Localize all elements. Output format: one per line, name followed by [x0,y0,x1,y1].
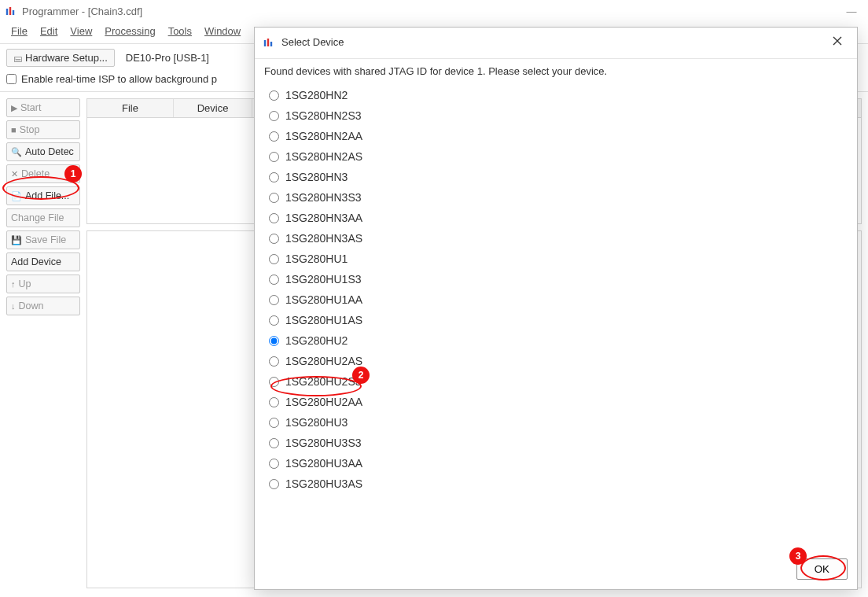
add-device-button[interactable]: Add Device [6,252,80,271]
device-option[interactable]: 1SG280HN2AS [267,146,835,167]
device-option[interactable]: 1SG280HN3AS [267,228,835,249]
dialog-app-icon [263,36,275,49]
close-icon [832,35,843,46]
device-label: 1SG280HN2 [285,89,348,101]
arrow-down-icon: ↓ [11,301,16,311]
enable-isp-label: Enable real-time ISP to allow background… [21,73,217,85]
device-label: 1SG280HN2AA [285,130,362,142]
device-radio[interactable] [269,459,279,469]
arrow-up-icon: ↑ [11,279,16,289]
menu-file[interactable]: File [6,24,32,39]
device-label: 1SG280HN2S3 [285,109,362,122]
device-radio[interactable] [269,131,279,142]
menu-processing[interactable]: Processing [100,24,160,39]
device-label: 1SG280HU3AA [285,457,362,470]
up-button[interactable]: ↑Up [6,275,80,293]
device-list: 1SG280HN21SG280HN2S31SG280HN2AA1SG280HN2… [267,85,851,552]
device-radio[interactable] [269,356,279,367]
device-radio[interactable] [269,152,279,162]
device-radio[interactable] [269,418,279,428]
change-file-button[interactable]: Change File [6,208,80,227]
device-label: 1SG280HN2AS [285,150,362,163]
device-label: 1SG280HU2AA [285,396,362,408]
device-option[interactable]: 1SG280HU1AA [267,289,835,310]
stop-icon: ■ [11,125,17,135]
device-radio[interactable] [269,90,279,101]
device-radio[interactable] [269,315,279,326]
dialog-message: Found devices with shared JTAG ID for de… [255,59,857,85]
select-device-dialog: Select Device Found devices with shared … [254,27,858,590]
device-label: 1SG280HN3 [285,171,348,183]
delete-button[interactable]: ✕Delete [6,164,80,183]
device-option[interactable]: 1SG280HN3 [267,167,835,187]
add-file-button[interactable]: 📄Add File... [6,186,80,205]
device-radio[interactable] [269,377,279,387]
device-radio[interactable] [269,275,279,285]
device-option[interactable]: 1SG280HU3AS [267,474,835,494]
minimize-button[interactable]: — [840,6,863,17]
detect-icon: 🔍 [11,147,22,157]
col-file: File [87,99,174,117]
device-label: 1SG280HN3AS [285,232,362,245]
device-label: 1SG280HU1 [285,252,348,265]
dialog-footer: OK [255,552,857,589]
device-option[interactable]: 1SG280HN2 [267,85,835,105]
device-label: 1SG280HU3S3 [285,437,362,449]
device-option[interactable]: 1SG280HU2 [267,330,835,351]
menu-view[interactable]: View [65,24,97,39]
device-label: 1SG280HU1AS [285,314,362,326]
device-radio[interactable] [269,254,279,264]
device-radio[interactable] [269,172,279,182]
device-radio[interactable] [269,479,279,489]
down-button[interactable]: ↓Down [6,297,80,315]
device-label: 1SG280HU3 [285,416,348,429]
window-controls: — [840,6,863,17]
auto-detect-button[interactable]: 🔍Auto Detec [6,142,80,161]
device-radio[interactable] [269,397,279,407]
play-icon: ▶ [11,103,17,113]
ok-button[interactable]: OK [796,558,848,580]
device-option[interactable]: 1SG280HU3AA [267,453,835,474]
device-option[interactable]: 1SG280HU1 [267,249,835,269]
device-option[interactable]: 1SG280HN3S3 [267,187,835,208]
device-option[interactable]: 1SG280HU3 [267,412,835,433]
device-option[interactable]: 1SG280HN2S3 [267,105,835,126]
hardware-icon: 🖴 [13,53,22,63]
side-button-column: ▶Start ■Stop 🔍Auto Detec ✕Delete 📄Add Fi… [6,98,80,588]
menu-window[interactable]: Window [200,24,245,39]
window-title: Programmer - [Chain3.cdf] [22,6,142,17]
device-label: 1SG280HU1S3 [285,273,362,286]
device-option[interactable]: 1SG280HU2S3 [267,371,835,392]
device-label: 1SG280HU2AS [285,355,362,367]
hardware-readout: DE10-Pro [USB-1] [120,50,215,66]
device-radio[interactable] [269,234,279,244]
dialog-close-button[interactable] [827,34,848,50]
save-file-button[interactable]: 💾Save File [6,230,80,249]
enable-isp-checkbox[interactable] [6,74,17,84]
device-radio[interactable] [269,193,279,203]
device-option[interactable]: 1SG280HN3AA [267,208,835,228]
menu-tools[interactable]: Tools [164,24,197,39]
start-button[interactable]: ▶Start [6,98,80,117]
dialog-title: Select Device [281,36,344,48]
device-option[interactable]: 1SG280HU2AA [267,392,835,412]
device-radio[interactable] [269,213,279,223]
device-radio[interactable] [269,438,279,448]
device-option[interactable]: 1SG280HU1AS [267,310,835,330]
menu-edit[interactable]: Edit [35,24,62,39]
device-radio[interactable] [269,111,279,121]
device-option[interactable]: 1SG280HU2AS [267,351,835,371]
device-option[interactable]: 1SG280HU1S3 [267,269,835,289]
col-device: Device [174,99,252,117]
device-list-scroll[interactable]: 1SG280HN21SG280HN2S31SG280HN2AA1SG280HN2… [267,85,840,494]
stop-button[interactable]: ■Stop [6,120,80,139]
device-radio[interactable] [269,295,279,305]
device-label: 1SG280HU1AA [285,293,362,306]
device-radio[interactable] [269,336,279,346]
device-option[interactable]: 1SG280HU3S3 [267,433,835,453]
device-label: 1SG280HU3AS [285,477,362,490]
hardware-setup-label: Hardware Setup... [25,52,108,64]
app-icon [5,5,17,17]
hardware-setup-button[interactable]: 🖴 Hardware Setup... [6,49,115,67]
device-option[interactable]: 1SG280HN2AA [267,126,835,146]
